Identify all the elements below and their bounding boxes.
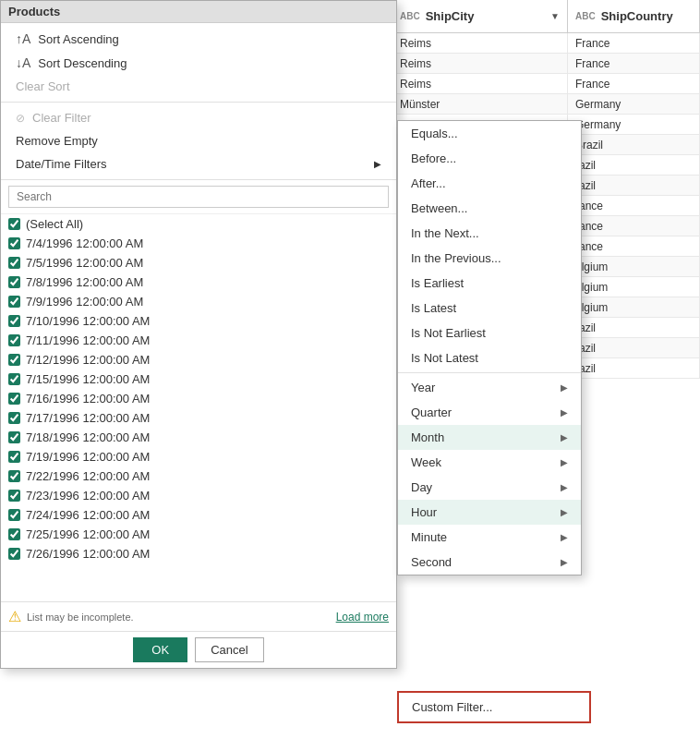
table-cell-country: razil (568, 176, 700, 195)
checkbox-label: 7/9/1996 12:00:00 AM (26, 295, 143, 309)
checkbox-item[interactable]: 7/10/1996 12:00:00 AM (1, 311, 396, 331)
submenu-item-label: Year (411, 381, 435, 394)
checkbox-item[interactable]: 7/25/1996 12:00:00 AM (1, 525, 396, 544)
checkbox[interactable] (8, 412, 20, 424)
ship-city-column-header[interactable]: ABC ShipCity ▼ (392, 0, 568, 32)
clear-sort-label: Clear Sort (16, 79, 70, 93)
submenu-item-is-earliest[interactable]: Is Earliest (398, 271, 581, 296)
table-cell-country: razil (568, 338, 700, 357)
table-cell-city: Reims (392, 54, 568, 73)
clear-filter-label: Clear Filter (32, 111, 91, 125)
datetime-filters-item[interactable]: Date/Time Filters ▶ (1, 152, 396, 176)
custom-filter-label: Custom Filter... (412, 700, 492, 714)
sort-descending-icon: ↓A (16, 55, 30, 70)
checkbox-item[interactable]: 7/26/1996 12:00:00 AM (1, 544, 396, 563)
checkbox-item[interactable]: 7/18/1996 12:00:00 AM (1, 428, 396, 447)
submenu-item-in-the-previous...[interactable]: In the Previous... (398, 246, 581, 271)
submenu-item-minute[interactable]: Minute▶ (398, 525, 581, 550)
table-cell-country: razil (568, 318, 700, 337)
checkbox[interactable] (8, 296, 20, 308)
checkbox-item[interactable]: 7/19/1996 12:00:00 AM (1, 447, 396, 466)
checkbox-item[interactable]: 7/24/1996 12:00:00 AM (1, 505, 396, 525)
search-input[interactable] (8, 186, 389, 208)
submenu-item-label: Before... (411, 151, 456, 165)
checkbox[interactable] (8, 393, 20, 405)
submenu-arrow: ▶ (561, 432, 568, 442)
ship-city-dropdown-icon[interactable]: ▼ (550, 11, 560, 21)
submenu-item-after...[interactable]: After... (398, 171, 581, 196)
products-header-label: Products (8, 5, 60, 18)
cancel-button[interactable]: Cancel (195, 637, 263, 662)
checkbox[interactable] (8, 257, 20, 269)
checkbox-item[interactable]: 7/15/1996 12:00:00 AM (1, 369, 396, 389)
submenu-item-label: Hour (411, 505, 437, 519)
checkbox[interactable] (8, 509, 20, 521)
checkbox-label: 7/12/1996 12:00:00 AM (26, 353, 150, 367)
checkbox[interactable] (8, 490, 20, 502)
select-all-checkbox[interactable] (8, 218, 20, 230)
table-cell-country: Germany (568, 115, 700, 134)
submenu-item-between...[interactable]: Between... (398, 196, 581, 221)
checkbox[interactable] (8, 528, 20, 540)
checkbox[interactable] (8, 334, 20, 346)
submenu-item-second[interactable]: Second▶ (398, 550, 581, 575)
checkbox-label: 7/19/1996 12:00:00 AM (26, 450, 150, 464)
ship-country-column-header[interactable]: ABC ShipCountry (568, 0, 700, 32)
checkbox-label: 7/25/1996 12:00:00 AM (26, 527, 150, 541)
submenu-item-is-latest[interactable]: Is Latest (398, 296, 581, 321)
remove-empty-item[interactable]: Remove Empty (1, 129, 396, 152)
submenu-item-equals...[interactable]: Equals... (398, 121, 581, 146)
checkbox[interactable] (8, 237, 20, 249)
sort-ascending-item[interactable]: ↑A Sort Ascending (1, 27, 396, 51)
ok-button[interactable]: OK (133, 637, 187, 662)
checkbox[interactable] (8, 548, 20, 560)
submenu-item-year[interactable]: Year▶ (398, 375, 581, 400)
checkbox[interactable] (8, 315, 20, 327)
submenu-item-week[interactable]: Week▶ (398, 450, 581, 475)
checkbox-item[interactable]: 7/17/1996 12:00:00 AM (1, 408, 396, 428)
table-cell-country: France (568, 54, 700, 73)
select-all-label: (Select All) (26, 217, 83, 231)
checkbox[interactable] (8, 373, 20, 385)
checkbox-item[interactable]: 7/16/1996 12:00:00 AM (1, 389, 396, 408)
checkbox-item[interactable]: 7/9/1996 12:00:00 AM (1, 292, 396, 311)
submenu-item-is-not-latest[interactable]: Is Not Latest (398, 345, 581, 370)
checkbox-item[interactable]: 7/12/1996 12:00:00 AM (1, 350, 396, 369)
checkbox-label: 7/16/1996 12:00:00 AM (26, 392, 150, 406)
checkbox-item[interactable]: 7/4/1996 12:00:00 AM (1, 234, 396, 253)
checkbox[interactable] (8, 354, 20, 366)
checkbox-item[interactable]: 7/8/1996 12:00:00 AM (1, 273, 396, 292)
table-cell-country: France (568, 33, 700, 53)
submenu-item-is-not-earliest[interactable]: Is Not Earliest (398, 321, 581, 345)
checkbox[interactable] (8, 431, 20, 443)
checkbox-item[interactable]: 7/22/1996 12:00:00 AM (1, 466, 396, 486)
submenu-arrow: ▶ (561, 507, 568, 517)
checkbox[interactable] (8, 451, 20, 463)
sort-descending-item[interactable]: ↓A Sort Descending (1, 51, 396, 75)
table-cell-country: elgium (568, 277, 700, 297)
checkbox[interactable] (8, 470, 20, 482)
checkbox-label: 7/4/1996 12:00:00 AM (26, 236, 143, 250)
submenu-item-in-the-next...[interactable]: In the Next... (398, 221, 581, 246)
checkbox-item[interactable]: 7/11/1996 12:00:00 AM (1, 331, 396, 350)
table-cell-country: rance (568, 236, 700, 256)
submenu-item-hour[interactable]: Hour▶ (398, 500, 581, 525)
checkbox-list[interactable]: (Select All)7/4/1996 12:00:00 AM7/5/1996… (1, 213, 396, 601)
load-more-button[interactable]: Load more (336, 611, 389, 624)
checkbox-item[interactable]: 7/5/1996 12:00:00 AM (1, 253, 396, 273)
products-header: Products (1, 1, 396, 23)
filter-panel: Products ↑A Sort Ascending ↓A Sort Desce… (0, 0, 397, 669)
submenu-item-month[interactable]: Month▶ (398, 425, 581, 450)
checkbox-item[interactable]: 7/23/1996 12:00:00 AM (1, 486, 396, 505)
checkbox[interactable] (8, 276, 20, 288)
submenu-item-quarter[interactable]: Quarter▶ (398, 400, 581, 425)
submenu-item-before...[interactable]: Before... (398, 146, 581, 171)
checkbox-label: 7/10/1996 12:00:00 AM (26, 314, 150, 328)
ship-city-label: ShipCity (426, 9, 475, 23)
checkbox-select-all[interactable]: (Select All) (1, 214, 396, 234)
submenu-item-day[interactable]: Day▶ (398, 475, 581, 500)
custom-filter-item[interactable]: Custom Filter... (399, 693, 589, 721)
filter-section: ⊘ Clear Filter Remove Empty Date/Time Fi… (1, 103, 396, 180)
submenu-item-label: Month (411, 430, 444, 444)
submenu-item-label: In the Previous... (411, 251, 501, 265)
